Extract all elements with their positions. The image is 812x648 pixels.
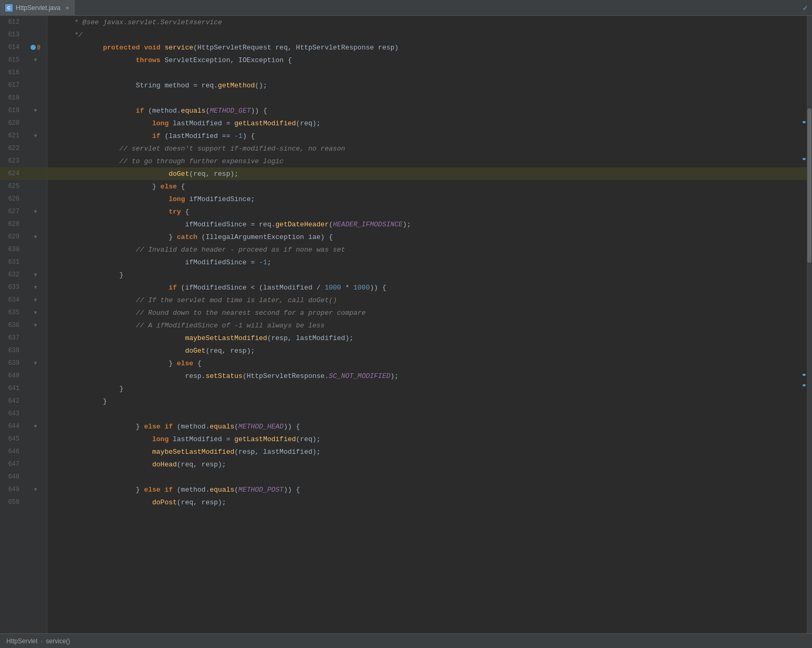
gutter-row-628: 628 [0, 218, 47, 231]
gutter-row-632: 632 ▼ [0, 268, 47, 281]
gutter-row-648: 648 [0, 471, 47, 483]
fold-arrow-649[interactable]: ▼ [34, 487, 37, 493]
line-num-617: 617 [0, 82, 24, 89]
gutter-row-621: 621 ▼ [0, 129, 47, 142]
fold-arrow-615[interactable]: ▼ [34, 57, 37, 63]
gutter-row-647: 647 [0, 458, 47, 471]
code-line-647: doHead(req, resp); [47, 458, 812, 471]
gutter-row-638: 638 [0, 344, 47, 357]
line-num-626: 626 [0, 195, 24, 203]
gutter-icons-629: ▼ [24, 234, 47, 240]
line-num-648: 648 [0, 473, 24, 481]
gutter-row-626: 626 [0, 193, 47, 205]
code-text-634: // If the servlet mod time is later, cal… [54, 296, 337, 304]
gutter-row-614: 614 @ [0, 41, 47, 54]
line-num-640: 640 [0, 372, 24, 380]
gutter-row-639: 639 ▼ [0, 357, 47, 370]
gutter-row-635: 635 ▼ [0, 306, 47, 319]
scroll-indicator-4 [803, 384, 806, 386]
line-num-644: 644 [0, 423, 24, 430]
gutter-icons-621: ▼ [24, 133, 47, 139]
line-num-641: 641 [0, 385, 24, 392]
fold-arrow-621[interactable]: ▼ [34, 133, 37, 139]
gutter-row-624: 624 [0, 167, 47, 180]
line-num-630: 630 [0, 246, 24, 253]
fold-arrow-619[interactable]: ▼ [34, 108, 37, 114]
line-num-620: 620 [0, 119, 24, 127]
gutter-row-625: 625 [0, 180, 47, 193]
code-line-631: ifModifiedSince = -1; [47, 256, 812, 268]
code-text-642: } [54, 397, 107, 405]
gutter-row-622: 622 [0, 142, 47, 155]
scroll-indicator-1 [803, 121, 806, 123]
code-area: 612 613 614 @ 615 [0, 16, 812, 633]
line-num-650: 650 [0, 499, 24, 506]
line-num-612: 612 [0, 18, 24, 26]
status-bar: HttpServlet › service() [0, 633, 812, 648]
line-num-639: 639 [0, 360, 24, 367]
gutter-icons-639: ▼ [24, 361, 47, 366]
scroll-indicator-3 [803, 374, 806, 376]
code-text-641: } [54, 385, 124, 393]
line-num-616: 616 [0, 69, 24, 76]
line-num-627: 627 [0, 208, 24, 215]
line-num-632: 632 [0, 271, 24, 278]
tab-bar: C HttpServlet.java × ✓ [0, 0, 812, 16]
gutter-icons-615: ▼ [24, 57, 47, 63]
fold-arrow-639[interactable]: ▼ [34, 361, 37, 366]
code-content-area[interactable]: * @see javax.servlet.Servlet#service */ … [47, 16, 812, 633]
fold-arrow-632[interactable]: ▼ [34, 272, 37, 278]
breadcrumb-separator: › [41, 637, 43, 645]
fold-arrow-636[interactable]: ▼ [34, 323, 37, 328]
gutter-row-627: 627 ▼ [0, 205, 47, 218]
line-num-621: 621 [0, 132, 24, 139]
fold-arrow-635[interactable]: ▼ [34, 310, 37, 316]
scroll-indicator-2 [803, 158, 806, 160]
code-line-629: } catch (IllegalArgumentException iae) { [47, 231, 812, 243]
code-line-650: doPost(req, resp); [47, 496, 812, 509]
line-num-638: 638 [0, 347, 24, 354]
gutter-row-645: 645 [0, 433, 47, 445]
gutter-icons-633: ▼ [24, 285, 47, 291]
gutter-icons-635: ▼ [24, 310, 47, 316]
fold-arrow-644[interactable]: ▼ [34, 424, 37, 430]
gutter-row-629: 629 ▼ [0, 231, 47, 243]
gutter-row-642: 642 [0, 395, 47, 407]
gutter-row-640: 640 [0, 370, 47, 382]
code-text-622: // servlet doesn't support if-modified-s… [54, 145, 345, 153]
code-line-617: String method = req.getMethod(); [47, 79, 812, 92]
line-num-629: 629 [0, 233, 24, 241]
gutter-row-650: 650 [0, 496, 47, 509]
line-num-649: 649 [0, 486, 24, 493]
fold-arrow-633[interactable]: ▼ [34, 285, 37, 291]
debug-breakpoint-icon[interactable] [31, 45, 36, 50]
code-line-642: } [47, 395, 812, 407]
line-num-631: 631 [0, 258, 24, 266]
code-line-635: // Round down to the nearest second for … [47, 306, 812, 319]
fold-arrow-629[interactable]: ▼ [34, 234, 37, 240]
line-num-636: 636 [0, 322, 24, 329]
line-num-622: 622 [0, 145, 24, 152]
fold-arrow-634[interactable]: ▼ [34, 297, 37, 303]
line-num-637: 637 [0, 334, 24, 342]
gutter-row-612: 612 [0, 16, 47, 28]
gutter-row-630: 630 [0, 243, 47, 256]
vertical-scrollbar-thumb[interactable] [807, 108, 811, 263]
vertical-scrollbar-track[interactable] [807, 16, 812, 633]
gutter-row-620: 620 [0, 117, 47, 129]
gutter-icons-614: @ [24, 45, 47, 51]
gutter-row-623: 623 [0, 155, 47, 167]
file-tab[interactable]: C HttpServlet.java × [0, 0, 75, 16]
line-num-633: 633 [0, 284, 24, 291]
gutter-row-633: 633 ▼ [0, 281, 47, 294]
tab-close-button[interactable]: × [66, 5, 69, 11]
line-num-635: 635 [0, 309, 24, 316]
line-num-623: 623 [0, 157, 24, 165]
gutter-row-644: 644 ▼ [0, 420, 47, 433]
gutter-icons-632: ▼ [24, 272, 47, 278]
gutter-row-643: 643 [0, 407, 47, 420]
code-text-650: doPost(req, resp); [54, 491, 226, 514]
line-num-615: 615 [0, 56, 24, 64]
gutter-row-649: 649 ▼ [0, 483, 47, 496]
fold-arrow-627[interactable]: ▼ [34, 209, 37, 215]
